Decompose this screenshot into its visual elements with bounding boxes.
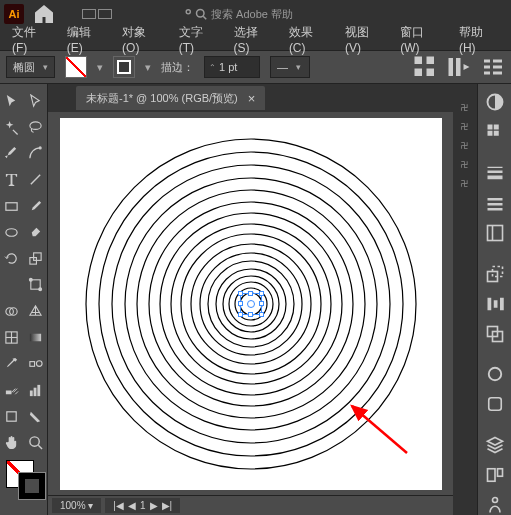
svg-rect-34 [30,390,33,396]
svg-rect-8 [456,58,461,76]
svg-rect-73 [487,297,491,310]
type-tool[interactable] [0,167,24,193]
zoom-tool[interactable] [24,429,48,455]
shaper-tool[interactable] [0,219,24,245]
menu-window[interactable]: 窗口(W) [400,24,443,55]
menu-object[interactable]: 对象(O) [122,24,163,55]
svg-rect-59 [487,125,492,130]
tab-row: 未标题-1* @ 100% (RGB/预览) × [48,84,453,112]
appearance-panel-icon[interactable] [485,364,505,384]
graph-tool[interactable] [24,377,48,403]
artboard-tool[interactable] [0,403,24,429]
svg-rect-81 [497,469,502,477]
fill-swatch[interactable] [65,56,87,78]
settings-icon[interactable] [481,56,505,78]
artboards-panel-icon[interactable] [485,465,505,485]
grid-view-icon[interactable] [413,56,437,78]
links-panel-icon[interactable] [485,495,505,515]
svg-point-0 [186,9,190,13]
shape-builder-tool[interactable] [0,298,24,324]
free-transform-tool[interactable] [24,272,48,298]
scale-tool[interactable] [24,246,48,272]
document-tab[interactable]: 未标题-1* @ 100% (RGB/预览) × [76,86,265,110]
perspective-tool[interactable] [24,298,48,324]
magic-wand-tool[interactable] [0,114,24,140]
line-tool[interactable] [24,167,48,193]
svg-point-32 [36,361,42,367]
slice-tool[interactable] [24,403,48,429]
svg-rect-6 [427,69,435,77]
hand-tool[interactable] [0,429,24,455]
brush-select[interactable]: — [270,56,310,78]
svg-rect-64 [487,170,502,173]
svg-rect-9 [484,60,490,63]
symbol-sprayer-tool[interactable] [0,377,24,403]
panel-dots-icon[interactable]: ࿖ [461,161,469,168]
svg-point-15 [30,122,41,130]
artboard-nav[interactable]: |◀◀1▶▶| [105,498,180,513]
menu-help[interactable]: 帮助(H) [459,24,499,55]
color-panel-icon[interactable] [485,92,505,112]
direct-selection-tool[interactable] [24,88,48,114]
eraser-tool[interactable] [24,219,48,245]
menu-view[interactable]: 视图(V) [345,24,384,55]
selection-tool[interactable] [0,88,24,114]
menu-file[interactable]: 文件(F) [12,24,51,55]
panel-dots-icon[interactable]: ࿖ [461,104,469,111]
layout-switcher[interactable] [82,9,112,19]
eyedropper-tool[interactable] [0,351,24,377]
pen-tool[interactable] [0,141,24,167]
right-panels [477,84,511,515]
stroke-label: 描边： [161,60,194,75]
brush-tool[interactable] [24,193,48,219]
svg-point-82 [492,498,497,503]
menu-effect[interactable]: 效果(C) [289,24,329,55]
svg-rect-11 [484,72,490,75]
panel-dots-icon[interactable]: ࿖ [461,142,469,149]
symbols-panel-icon[interactable] [485,223,505,243]
close-tab-icon[interactable]: × [248,91,256,106]
canvas[interactable] [48,112,453,495]
panel-dots-icon[interactable]: ࿖ [461,180,469,187]
svg-rect-35 [33,387,36,395]
mesh-tool[interactable] [0,324,24,350]
brushes-panel-icon[interactable] [485,193,505,213]
width-tool[interactable] [0,272,24,298]
swatches-panel-icon[interactable] [485,122,505,142]
search-box[interactable]: 搜索 Adobe 帮助 [180,7,293,22]
svg-rect-4 [427,57,435,65]
menu-select[interactable]: 选择(S) [234,24,273,55]
graphic-styles-panel-icon[interactable] [485,394,505,414]
transform-panel-icon[interactable] [485,264,505,284]
svg-rect-60 [493,125,498,130]
panel-dots-icon[interactable]: ࿖ [461,123,469,130]
shape-select[interactable]: 椭圆 [6,56,55,78]
blend-tool[interactable] [24,351,48,377]
home-icon[interactable] [32,3,56,25]
svg-rect-14 [493,72,502,75]
rectangle-tool[interactable] [0,193,24,219]
align-panel-icon[interactable] [485,294,505,314]
layers-panel-icon[interactable] [485,435,505,455]
zoom-level[interactable]: 100% ▾ [52,498,101,513]
stroke-panel-icon[interactable] [485,163,505,183]
svg-rect-37 [7,412,16,421]
svg-rect-30 [30,334,41,342]
artboard[interactable] [60,118,442,490]
svg-point-24 [39,288,42,291]
curvature-tool[interactable] [24,141,48,167]
menu-edit[interactable]: 编辑(E) [67,24,106,55]
stroke-swatch[interactable] [113,56,135,78]
arrange-icon[interactable] [447,56,471,78]
fill-stroke-swatch[interactable] [0,456,47,504]
menu-type[interactable]: 文字(T) [179,24,218,55]
pathfinder-panel-icon[interactable] [485,324,505,344]
rotate-tool[interactable] [0,246,24,272]
svg-rect-69 [487,225,502,240]
svg-rect-67 [487,203,502,206]
stroke-weight-input[interactable]: ⌃ 1 pt [204,56,260,78]
gradient-tool[interactable] [24,324,48,350]
lasso-tool[interactable] [24,114,48,140]
app-logo: Ai [4,4,24,24]
selection-bounding-box[interactable] [240,293,262,315]
